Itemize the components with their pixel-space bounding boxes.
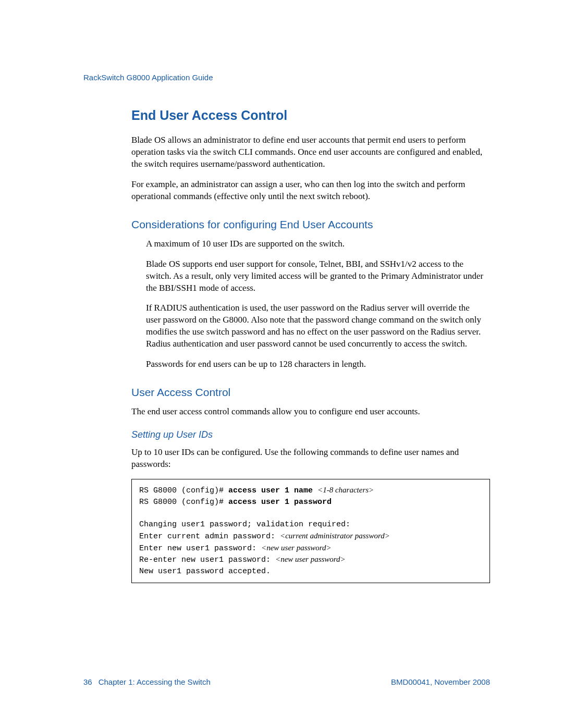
code-line: Enter new user1 password: <new user pass… [139,542,482,554]
code-prompt: RS G8000 (config)# [139,486,228,495]
heading-3: Setting up User IDs [131,429,490,440]
code-prompt: RS G8000 (config)# [139,498,228,507]
code-argument: <new user password> [261,544,332,552]
list-item: Passwords for end users can be up to 128… [146,359,484,371]
code-line: Changing user1 password; validation requ… [139,519,482,530]
code-command: access user 1 name [228,486,317,495]
body-paragraph: The end user access control commands all… [131,406,490,418]
code-line: Re-enter new user1 password: <new user p… [139,554,482,566]
body-paragraph: Blade OS allows an administrator to defi… [131,134,490,170]
page-footer: 36Chapter 1: Accessing the Switch BMD000… [83,677,490,686]
list-item: If RADIUS authentication is used, the us… [146,302,484,350]
main-content: End User Access Control Blade OS allows … [83,108,490,583]
code-argument: <new user password> [275,555,346,563]
code-argument: <current administrator password> [280,532,390,540]
list-item: A maximum of 10 user IDs are supported o… [146,238,484,250]
code-text: Enter current admin password: [139,532,280,541]
document-header: RackSwitch G8000 Application Guide [83,73,490,82]
footer-right: BMD00041, November 2008 [391,677,490,686]
heading-1: End User Access Control [131,108,490,123]
code-text: Enter new user1 password: [139,544,261,553]
footer-left: 36Chapter 1: Accessing the Switch [83,677,211,686]
code-line: Enter current admin password: <current a… [139,530,482,542]
code-line: RS G8000 (config)# access user 1 passwor… [139,497,482,508]
code-command: access user 1 password [228,498,332,507]
heading-2: Considerations for configuring End User … [131,218,490,231]
body-paragraph: For example, an administrator can assign… [131,179,490,203]
list-item: Blade OS supports end user support for c… [146,258,484,294]
chapter-name: Chapter 1: Accessing the Switch [99,677,211,686]
code-blank-line [139,508,482,519]
code-line: New user1 password accepted. [139,566,482,577]
code-argument: <1-8 characters> [317,486,374,494]
heading-2: User Access Control [131,386,490,399]
page-number: 36 [83,677,92,686]
code-block: RS G8000 (config)# access user 1 name <1… [131,479,490,583]
body-paragraph: Up to 10 user IDs can be configured. Use… [131,447,490,471]
code-text: Re-enter new user1 password: [139,556,275,564]
code-line: RS G8000 (config)# access user 1 name <1… [139,485,482,497]
